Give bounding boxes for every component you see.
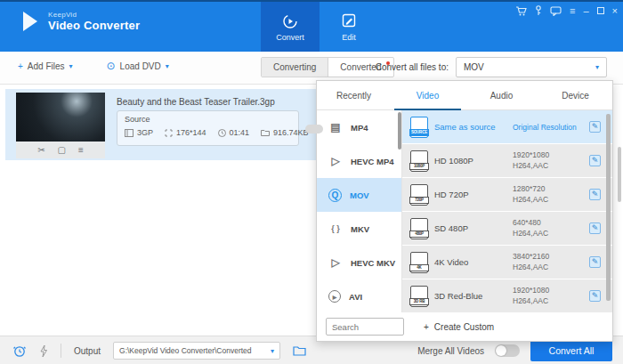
preset-badge: 480P: [409, 231, 429, 238]
film-icon: ▤: [328, 121, 343, 133]
preset-row-sd-480p[interactable]: 480P SD 480P 640*480H264,AAC ✎: [402, 212, 612, 245]
preset-badge: 4K: [409, 264, 429, 271]
quicktime-icon: Q: [328, 189, 342, 202]
converting-tab-label: Converting: [273, 62, 316, 72]
open-folder-icon[interactable]: [293, 345, 306, 356]
key-icon[interactable]: [535, 5, 542, 16]
format-item-avi[interactable]: ▶ AVI: [317, 279, 401, 313]
edit-preset-icon[interactable]: ✎: [589, 121, 601, 133]
chevron-down-icon: ▾: [595, 63, 599, 71]
edit-preset-icon[interactable]: ✎: [589, 155, 601, 166]
keepvid-play-logo-icon: [23, 12, 37, 31]
format-film-icon: [125, 129, 134, 137]
tab-convert[interactable]: Convert: [261, 2, 320, 53]
close-icon[interactable]: ×: [612, 6, 618, 16]
preset-row-hd-1080p[interactable]: 1080P HD 1080P 1920*1080H264,AAC ✎: [402, 144, 612, 177]
chevron-down-icon: ▾: [271, 347, 274, 355]
preset-file-icon: 480P: [410, 218, 428, 239]
search-input[interactable]: [326, 318, 404, 336]
schedule-alarm-icon[interactable]: [12, 344, 27, 358]
maximize-icon[interactable]: [597, 7, 604, 14]
edit-preset-icon[interactable]: ✎: [589, 222, 601, 234]
preset-file-icon: 4K: [410, 252, 428, 273]
preset-row-same-as-source[interactable]: SOURCE Same as source Original Resolutio…: [402, 110, 612, 143]
add-files-label: Add Files: [28, 61, 65, 71]
format-label: MKV: [351, 224, 369, 234]
panel-collapse-handle[interactable]: [305, 125, 323, 133]
format-list: ▤ MP4 ▷ HEVC MP4 Q MOV { } MKV ▷ HEVC MK…: [317, 110, 402, 313]
preset-resolution: Original Resolution: [513, 123, 577, 132]
edit-preset-icon[interactable]: ✎: [589, 256, 601, 268]
preset-name: 3D Red-Blue: [434, 291, 513, 301]
preset-resolution: 1280*720: [513, 184, 589, 194]
panel-tab-device[interactable]: Device: [538, 81, 612, 109]
trim-scissors-icon[interactable]: ✂: [37, 146, 44, 155]
chevron-down-icon[interactable]: ▾: [69, 62, 73, 70]
preset-resolution: 1920*1080: [513, 150, 589, 160]
convert-all-button[interactable]: Convert All: [530, 340, 612, 361]
minimize-icon[interactable]: –: [583, 6, 588, 16]
tab-convert-label: Convert: [276, 33, 304, 42]
preset-name: SD 480P: [434, 223, 513, 233]
preset-badge: 3D RB: [409, 298, 429, 305]
preset-resolution: 1920*1080: [513, 286, 589, 295]
preset-name: Same as source: [434, 122, 513, 132]
file-list-scrollbar[interactable]: [618, 147, 621, 202]
convert-refresh-play-icon: [282, 13, 298, 31]
preset-list-scrollbar[interactable]: [606, 114, 611, 301]
panel-tab-recently-label: Recently: [336, 91, 371, 101]
file-resolution: 176*144: [176, 128, 206, 137]
plus-icon: +: [18, 61, 23, 71]
brand-name-bottom: Video Converter: [48, 19, 140, 32]
chevron-down-icon[interactable]: ▾: [166, 62, 169, 70]
format-item-mkv[interactable]: { } MKV: [317, 212, 401, 246]
preset-row-3d-red-blue[interactable]: 3D RB 3D Red-Blue 1920*1080H264,AAC ✎: [402, 279, 612, 312]
file-size: 916.74KB: [273, 128, 309, 137]
edit-preset-icon[interactable]: ✎: [589, 290, 601, 302]
menu-icon[interactable]: ≡: [570, 6, 575, 16]
output-path-value: G:\KeepVid Video Converter\Converted: [119, 346, 252, 355]
format-item-hevc-mkv[interactable]: ▷ HEVC MKV: [317, 246, 401, 279]
preset-row-hd-720p[interactable]: 720P HD 720P 1280*720H264,AAC ✎: [402, 178, 612, 211]
convert-status-switch: Converting Converted: [261, 57, 394, 77]
file-format: 3GP: [137, 128, 153, 137]
load-dvd-button[interactable]: ⊙ Load DVD ▾: [107, 60, 169, 72]
merge-all-videos-toggle[interactable]: [495, 344, 520, 357]
converting-tab[interactable]: Converting: [262, 58, 328, 77]
brand-name-top: KeepVid: [48, 11, 140, 19]
format-item-mp4[interactable]: ▤ MP4: [317, 110, 401, 144]
video-thumbnail[interactable]: [16, 93, 105, 142]
preset-name: HD 1080P: [434, 156, 513, 166]
hevc-play-icon: ▷: [328, 155, 343, 167]
format-item-mov[interactable]: Q MOV: [317, 178, 401, 212]
add-files-button[interactable]: + Add Files ▾: [18, 61, 73, 71]
panel-tab-device-label: Device: [562, 91, 589, 101]
preset-list: SOURCE Same as source Original Resolutio…: [402, 110, 612, 313]
create-custom-label: Create Custom: [434, 322, 494, 332]
panel-tab-video[interactable]: Video: [391, 81, 465, 109]
cart-icon[interactable]: [515, 6, 527, 16]
high-speed-lightning-icon[interactable]: [39, 344, 48, 358]
hevc-play-icon: ▷: [328, 256, 343, 269]
preset-row-4k-video[interactable]: 4K 4K Video 3840*2160H264,AAC ✎: [402, 246, 612, 279]
resolution-expand-icon: [165, 129, 173, 137]
edit-pencil-square-icon: [342, 13, 356, 31]
panel-tab-recently[interactable]: Recently: [317, 81, 391, 109]
preset-name: HD 720P: [434, 190, 513, 199]
format-list-scrollbar[interactable]: [398, 112, 401, 150]
format-item-hevc-mp4[interactable]: ▷ HEVC MP4: [317, 144, 401, 178]
output-path-dropdown[interactable]: G:\KeepVid Video Converter\Converted ▾: [113, 342, 280, 360]
preset-file-icon: 3D RB: [410, 286, 428, 307]
duration-clock-icon: [218, 129, 226, 137]
app-header: KeepVid Video Converter Convert Edit ≡ –…: [0, 0, 623, 52]
create-custom-button[interactable]: + Create Custom: [424, 322, 494, 332]
crop-icon[interactable]: ▢: [58, 146, 66, 155]
output-format-dropdown[interactable]: MOV ▾: [456, 57, 607, 77]
chat-icon[interactable]: [550, 6, 562, 16]
tab-edit[interactable]: Edit: [323, 2, 375, 53]
edit-preset-icon[interactable]: ✎: [589, 189, 601, 200]
effects-sliders-icon[interactable]: ≡: [78, 146, 84, 155]
panel-tab-audio[interactable]: Audio: [465, 81, 538, 109]
source-label: Source: [125, 115, 291, 124]
preset-codec: H264,AAC: [513, 161, 548, 170]
